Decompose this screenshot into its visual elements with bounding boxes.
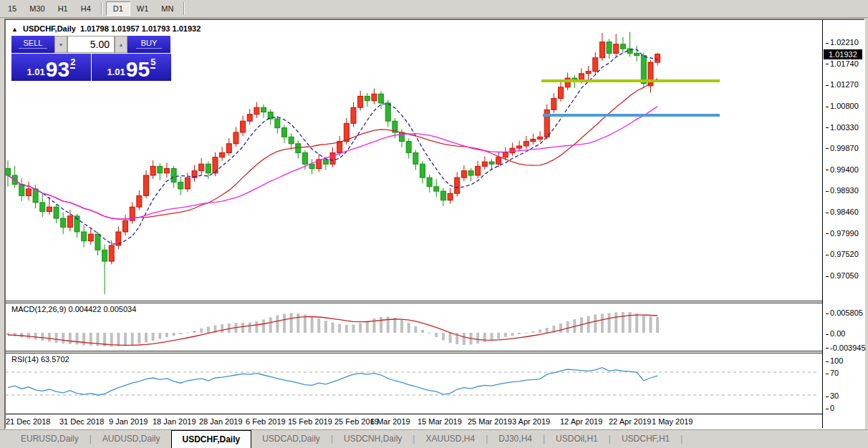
tab-usdchf-h1[interactable]: USDCHF,H1 [611, 430, 680, 448]
tab-usdcnh-daily[interactable]: USDCNH,Daily [333, 430, 413, 448]
collapse-triangle-icon[interactable]: ▲ [11, 26, 18, 33]
timeframe-button-h4[interactable]: H4 [74, 2, 97, 15]
date-label: 6 Feb 2019 [246, 417, 286, 426]
tab-usdchf-daily[interactable]: USDCHF,Daily [171, 430, 252, 448]
tab-dj30-h4[interactable]: DJ30,H4 [488, 430, 543, 448]
toolbar-separator [183, 2, 185, 15]
buy-price-pip: 5 [150, 57, 155, 69]
timeframe-button-h1[interactable]: H1 [52, 2, 74, 15]
sell-price-big: 93 [46, 60, 69, 79]
tab-xauusd-h4[interactable]: XAUUSD,H4 [415, 430, 486, 448]
buy-price-big: 95 [126, 60, 150, 79]
timeframe-button-w1[interactable]: W1 [130, 2, 155, 15]
price-tick: 1.01270 [826, 80, 859, 89]
chart-ohlc-values: 1.01798 1.01957 1.01793 1.01932 [80, 24, 201, 33]
volume-input[interactable]: 5.00 [67, 36, 115, 53]
price-tick: 1.00800 [826, 102, 859, 110]
sell-price-button[interactable]: 1.01 93 2 [11, 54, 91, 81]
price-tick: 0.99400 [826, 165, 859, 174]
toolbar-separator [101, 2, 102, 15]
date-label: 28 Jan 2019 [199, 417, 243, 426]
tab-audusd-daily[interactable]: AUDUSD,Daily [92, 430, 171, 448]
chart-title: ▲ USDCHF,Daily 1.01798 1.01957 1.01793 1… [11, 24, 201, 33]
macd-label: MACD(12,26,9) 0.004422 0.005034 [11, 305, 136, 313]
date-label: 3 Apr 2019 [512, 417, 550, 426]
price-tick: 0.98460 [826, 208, 859, 216]
price-tick: 0.98930 [826, 186, 859, 195]
price-tick: 0.99870 [826, 144, 859, 152]
timeframe-button-m30[interactable]: M30 [23, 2, 51, 15]
tab-usdoil-h1[interactable]: USDOil,H1 [545, 430, 609, 448]
chart-tab-bar: EURUSD,Daily|AUDUSD,DailyUSDCHF,DailyUSD… [0, 429, 868, 448]
date-label: 6 Mar 2019 [370, 417, 410, 426]
tab-eurusd-daily[interactable]: EURUSD,Daily [10, 430, 90, 448]
date-label: 18 Jan 2019 [153, 417, 196, 426]
rsi-line [8, 368, 657, 395]
price-tick: 0.97990 [826, 229, 859, 238]
buy-price-button[interactable]: 1.01 95 5 [92, 54, 171, 81]
date-label: 22 Apr 2019 [609, 417, 651, 426]
sell-price-prefix: 1.01 [27, 67, 45, 77]
rsi-subwindow[interactable] [6, 354, 822, 414]
price-tick: 1.02210 [826, 38, 859, 47]
tab-separator: | [680, 430, 683, 448]
date-label: 1 May 2019 [652, 417, 693, 426]
date-label: 31 Dec 2018 [59, 417, 104, 426]
volume-decrease-button[interactable]: ▼ [54, 36, 67, 53]
current-price-marker: 1.01932 [824, 49, 862, 59]
rsi-tick: 0 [826, 404, 834, 412]
price-axis[interactable]: 1.022101.017401.012701.008001.003300.998… [822, 20, 864, 428]
date-label: 15 Feb 2019 [288, 417, 332, 426]
buy-button[interactable]: BUY [127, 36, 170, 53]
timeframe-toolbar: 15M30H1H4D1W1MN [0, 0, 868, 18]
date-label: 9 Jan 2019 [109, 417, 148, 426]
date-axis[interactable]: 21 Dec 201831 Dec 20189 Jan 201918 Jan 2… [6, 414, 822, 428]
timeframe-button-mn[interactable]: MN [155, 2, 180, 15]
timeframe-button-15[interactable]: 15 [1, 2, 23, 15]
sell-price-pip: 2 [70, 57, 75, 69]
rsi-tick: 70 [826, 369, 839, 377]
date-label: 12 Apr 2019 [560, 417, 602, 426]
macd-tick: -0.003945 [826, 344, 866, 352]
chart-symbol: USDCHF,Daily [23, 24, 76, 33]
timeframe-button-d1[interactable]: D1 [106, 1, 130, 16]
date-label: 21 Dec 2018 [6, 417, 50, 426]
sell-button[interactable]: SELL [11, 36, 54, 53]
date-label: 25 Mar 2019 [468, 417, 512, 426]
chart-window: 21 Dec 201831 Dec 20189 Jan 201918 Jan 2… [4, 19, 865, 429]
rsi-label: RSI(14) 63.5702 [11, 355, 69, 364]
date-label: 15 Mar 2019 [418, 417, 462, 426]
price-tick: 0.97050 [826, 271, 859, 280]
macd-tick: 0.005805 [826, 308, 863, 317]
rsi-tick: 100 [826, 356, 843, 365]
volume-increase-button[interactable]: ▲ [115, 36, 127, 53]
macd-tick: 0.00 [826, 329, 845, 338]
one-click-trading-panel: SELL ▼ 5.00 ▲ BUY 1.01 93 2 1.01 95 5 [11, 36, 172, 81]
price-tick: 0.97520 [826, 250, 859, 258]
price-tick: 1.00330 [826, 123, 859, 132]
buy-price-prefix: 1.01 [107, 67, 125, 77]
rsi-tick: 30 [826, 391, 839, 400]
price-tick: 1.01740 [826, 59, 859, 68]
tab-usdcad-daily[interactable]: USDCAD,Daily [251, 430, 331, 448]
